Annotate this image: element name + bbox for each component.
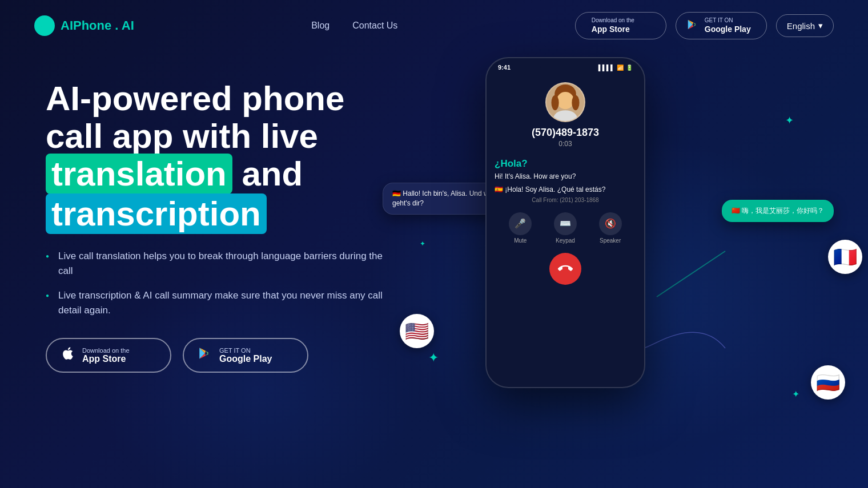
transcription-highlight: transcription — [46, 193, 267, 234]
svg-point-2 — [557, 92, 574, 109]
contact-link[interactable]: Contact Us — [352, 21, 397, 31]
phone-mockup: 9:41 ▌▌▌▌ 📶 🔋 — [485, 57, 645, 388]
translation-highlight: translation — [46, 154, 232, 194]
speaker-button[interactable]: 🔇 Speaker — [599, 212, 622, 244]
russia-flag-icon: 🇷🇺 — [816, 371, 840, 394]
msg-english: Hi! It's Alisa. How are you? — [495, 172, 636, 182]
blog-link[interactable]: Blog — [311, 21, 329, 31]
sparkle-5: ✦ — [420, 240, 425, 248]
chinese-text: 嗨，我是艾丽莎，你好吗？ — [742, 207, 824, 215]
sparkle-4: ✦ — [792, 389, 799, 400]
keypad-icon: ⌨️ — [554, 212, 577, 235]
flag-usa: 🇺🇸 — [400, 314, 434, 348]
wifi-icon: 📶 — [617, 64, 624, 71]
cta-play-icon — [198, 346, 212, 365]
svg-point-3 — [551, 95, 558, 110]
france-flag-icon: 🇫🇷 — [833, 245, 857, 268]
mute-icon: 🎤 — [509, 212, 532, 235]
cta-google-play-button[interactable]: GET IT ON Google Play — [183, 338, 308, 373]
flag-russia: 🇷🇺 — [811, 365, 845, 400]
keypad-button[interactable]: ⌨️ Keypad — [554, 212, 577, 244]
phone-time: 9:41 — [498, 64, 511, 71]
caller-duration: 0:03 — [558, 140, 572, 148]
flag-france: 🇫🇷 — [828, 240, 862, 274]
logo[interactable]: AIPhone . AI — [34, 15, 134, 36]
phone-caller: (570)489-1873 0:03 — [487, 71, 644, 154]
logo-text: AIPhone . AI — [61, 18, 134, 33]
google-play-button[interactable]: GET IT ON Google Play — [676, 12, 767, 39]
nav-links: Blog Contact Us — [311, 21, 397, 31]
call-messages: ¿Hola? Hi! It's Alisa. How are you? 🇪🇸 ¡… — [487, 158, 644, 195]
german-text: Hallo! Ich bin's, Alisa. Und wie geht's … — [392, 189, 494, 207]
speaker-icon: 🔇 — [599, 212, 622, 235]
bullet-1: Live call translation helps you to break… — [46, 249, 400, 278]
phone-notch — [540, 58, 591, 74]
sparkle-3: ✦ — [428, 350, 439, 365]
navbar: AIPhone . AI Blog Contact Us Download on… — [0, 0, 868, 51]
call-from: Call From: (201) 203-1868 — [487, 197, 644, 203]
svg-point-4 — [572, 95, 579, 110]
app-store-text: Download on the App Store — [592, 17, 634, 34]
sparkle-1: ✦ — [785, 114, 794, 127]
hero-cta: Download on the App Store GET IT ON — [46, 338, 400, 373]
cta-store-text: Download on the App Store — [82, 347, 130, 364]
phone-indicators: ▌▌▌▌ 📶 🔋 — [598, 64, 633, 71]
call-controls: 🎤 Mute ⌨️ Keypad 🔇 Speaker — [487, 205, 644, 247]
caller-number: (570)489-1873 — [532, 127, 599, 139]
german-flag: 🇩🇪 — [392, 189, 401, 197]
chinese-flag: 🇨🇳 — [732, 207, 740, 215]
hero-left: AI-powered phone call app with live tran… — [46, 68, 400, 373]
cta-apple-icon — [61, 346, 75, 365]
cta-play-text: GET IT ON Google Play — [219, 347, 272, 364]
chevron-down-icon: ▾ — [818, 21, 823, 31]
caller-avatar — [545, 82, 585, 122]
spanish-flag: 🇪🇸 — [495, 185, 503, 193]
usa-flag-icon: 🇺🇸 — [405, 320, 429, 342]
end-call-button[interactable] — [549, 253, 581, 285]
msg-hola: ¿Hola? — [495, 158, 636, 170]
hero-bullets: Live call translation helps you to break… — [46, 249, 400, 317]
nav-actions: Download on the App Store GET IT ON Goog… — [575, 12, 834, 39]
hero-title: AI-powered phone call app with live tran… — [46, 80, 400, 233]
logo-icon — [34, 15, 55, 36]
google-play-text: GET IT ON Google Play — [705, 17, 751, 34]
hero-section: AI-powered phone call app with live tran… — [0, 51, 868, 479]
msg-spanish: 🇪🇸 ¡Hola! Soy Alisa. ¿Qué tal estás? — [495, 185, 636, 195]
hero-right: ✦ ✦ ✦ ✦ ✦ 🇩🇪 Hallo! Ich bin's, Alisa. Un… — [400, 68, 834, 479]
battery-icon: 🔋 — [626, 64, 633, 71]
language-selector[interactable]: English ▾ — [776, 14, 834, 37]
bubble-chinese: 🇨🇳 嗨，我是艾丽莎，你好吗？ — [722, 200, 834, 222]
google-play-icon — [686, 18, 699, 33]
phone-wrapper: ✦ ✦ ✦ ✦ ✦ 🇩🇪 Hallo! Ich bin's, Alisa. Un… — [417, 68, 817, 479]
app-store-button[interactable]: Download on the App Store — [575, 12, 666, 39]
end-call-area — [487, 247, 644, 291]
signal-bars: ▌▌▌▌ — [598, 64, 614, 71]
cta-app-store-button[interactable]: Download on the App Store — [46, 338, 171, 373]
bullet-2: Live transcription & AI call summary mak… — [46, 288, 400, 317]
language-label: English — [787, 21, 815, 31]
mute-button[interactable]: 🎤 Mute — [509, 212, 532, 244]
